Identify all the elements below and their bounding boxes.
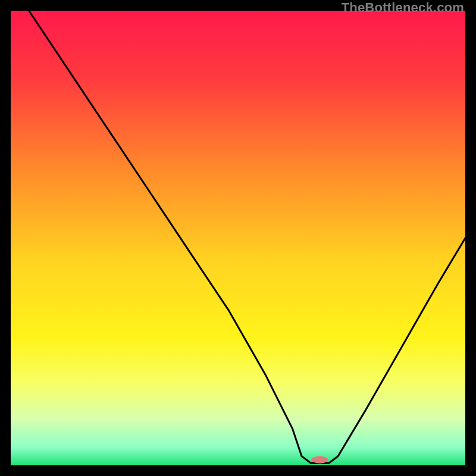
watermark-text: TheBottleneck.com (342, 0, 464, 15)
bottleneck-chart (11, 11, 465, 465)
optimum-marker (312, 456, 328, 464)
gradient-background (11, 11, 465, 465)
chart-frame (11, 11, 465, 465)
